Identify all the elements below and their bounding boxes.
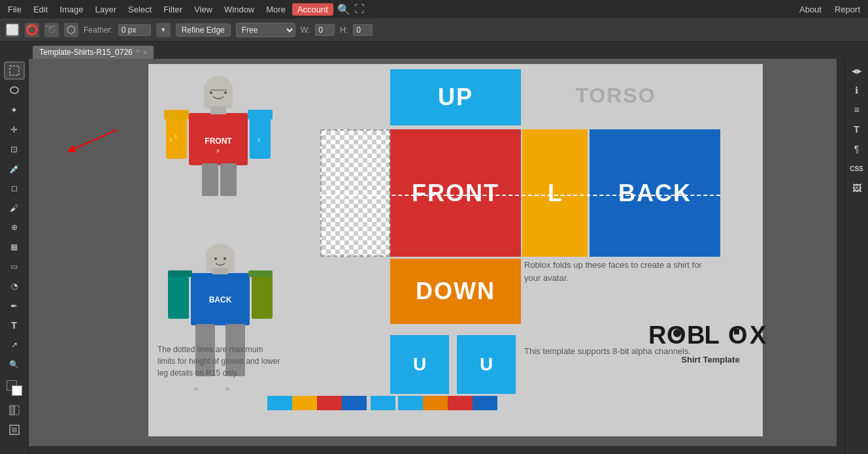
svg-rect-33 — [252, 273, 273, 319]
svg-line-7 — [71, 129, 118, 150]
svg-text:X: X — [750, 321, 767, 348]
panel-info-icon[interactable]: ℹ — [848, 81, 866, 99]
panel-paragraph-icon[interactable]: ¶ — [848, 140, 866, 158]
screen-mode-button[interactable] — [4, 421, 25, 439]
arm-up-right-label: U — [480, 354, 493, 375]
arm-up-left-label: U — [413, 354, 426, 375]
w-label: W: — [301, 25, 310, 35]
roblox-character-bottom: BACK N N — [168, 240, 273, 404]
h-input[interactable] — [353, 24, 373, 36]
shape-tool-button[interactable]: ▭ — [4, 257, 25, 276]
panel-sliders-icon[interactable]: ≡ — [848, 101, 866, 119]
svg-text:1: 1 — [258, 137, 260, 142]
svg-text:N: N — [225, 386, 229, 392]
strip-blue-5 — [473, 396, 497, 410]
svg-rect-0 — [10, 66, 19, 75]
left-toolbar: ✦ ✛ ⊡ 💉 ◻ 🖌 ⊕ ▦ ▭ ◔ ✒ — [0, 59, 29, 454]
about-link[interactable]: About — [794, 3, 827, 16]
menu-window[interactable]: Window — [219, 3, 259, 16]
strip-blue-4 — [398, 396, 423, 410]
block-up-label: UP — [438, 84, 473, 111]
block-l: L — [522, 129, 588, 257]
marquee-poly-icon[interactable]: ⬡ — [64, 23, 78, 37]
tab-close-button[interactable]: × — [143, 49, 147, 56]
svg-text:R: R — [648, 321, 666, 348]
panel-chevron-icon[interactable]: ◀▶ — [848, 61, 866, 80]
marquee-tool-button[interactable] — [4, 61, 25, 80]
arm-up-right: U — [457, 335, 516, 394]
brush-tool-button[interactable]: 🖌 — [4, 199, 25, 217]
marquee-rect-icon[interactable]: ⬜ — [5, 23, 20, 37]
svg-rect-32 — [168, 273, 189, 319]
template-background: FRONT F L — [148, 64, 763, 436]
healing-tool-button[interactable]: ⊕ — [4, 218, 25, 236]
block-l-label: L — [548, 180, 562, 207]
menu-edit[interactable]: Edit — [28, 3, 53, 16]
menu-image[interactable]: Image — [54, 3, 88, 16]
svg-text:O: O — [728, 321, 747, 348]
svg-text:F: F — [217, 148, 220, 154]
gradient-tool-button[interactable]: ▦ — [4, 238, 25, 256]
zoom-tool-button[interactable]: 🔍 — [4, 355, 25, 374]
menu-filter[interactable]: Filter — [158, 3, 188, 16]
panel-image-icon[interactable]: 🖼 — [848, 179, 866, 197]
feather-label: Feather: — [84, 25, 113, 35]
strip-orange-1 — [423, 396, 448, 410]
refine-edge-button[interactable]: Refine Edge — [176, 24, 231, 37]
svg-rect-37 — [168, 270, 192, 277]
report-link[interactable]: Report — [829, 3, 865, 16]
svg-rect-20 — [202, 163, 218, 196]
background-color-swatch[interactable] — [12, 385, 22, 396]
color-swatches[interactable] — [4, 378, 25, 398]
fullscreen-icon[interactable]: ⛶ — [354, 3, 365, 15]
eraser-tool-button[interactable]: ◻ — [4, 179, 25, 197]
svg-rect-3 — [14, 406, 19, 415]
options-toolbar: ⬜ ⭕ ➰ ⬡ Feather: ▼ Refine Edge Free Fixe… — [0, 18, 868, 42]
marquee-lasso-icon[interactable]: ➰ — [44, 23, 59, 37]
lasso-tool-button[interactable] — [4, 81, 25, 99]
menu-view[interactable]: View — [189, 3, 218, 16]
canvas: FRONT F L — [148, 64, 763, 436]
text-tool-button[interactable]: T — [4, 316, 25, 334]
menu-account[interactable]: Account — [292, 3, 333, 16]
search-icon[interactable]: 🔍 — [337, 3, 350, 16]
menu-select[interactable]: Select — [123, 3, 157, 16]
quick-mask-button[interactable] — [4, 401, 25, 419]
note-text: The dotted lines are maximum limits for … — [158, 344, 280, 379]
strip-yellow-1 — [292, 396, 317, 410]
block-down: DOWN — [390, 259, 521, 324]
menubar: File Edit Image Layer Select Filter View… — [0, 0, 868, 18]
path-tool-button[interactable]: ↗ — [4, 336, 25, 354]
w-input[interactable] — [315, 24, 335, 36]
crop-tool-button[interactable]: ⊡ — [4, 140, 25, 158]
tab-name: Template-Shirts-R15_0726 — [39, 48, 133, 57]
svg-rect-36 — [212, 268, 228, 274]
menu-more[interactable]: More — [261, 3, 291, 16]
magic-wand-button[interactable]: ✦ — [4, 101, 25, 119]
move-tool-button[interactable]: ✛ — [4, 120, 25, 138]
main-area: ✦ ✛ ⊡ 💉 ◻ 🖌 ⊕ ▦ ▭ ◔ ✒ — [0, 59, 868, 454]
svg-point-1 — [10, 87, 18, 93]
block-front: FRONT — [390, 129, 521, 257]
menu-layer[interactable]: Layer — [90, 3, 122, 16]
svg-text:BL: BL — [687, 321, 719, 348]
panel-text-icon[interactable]: T — [848, 120, 866, 138]
menu-file[interactable]: File — [3, 3, 27, 16]
marquee-ellipse-icon[interactable]: ⭕ — [25, 23, 39, 37]
block-back-label: BACK — [618, 180, 692, 207]
feather-dropdown-icon[interactable]: ▼ — [156, 23, 171, 37]
right-panel: ◀▶ ℹ ≡ T ¶ CSS 🖼 — [844, 59, 868, 454]
svg-rect-38 — [248, 270, 273, 277]
eyedropper-tool-button[interactable]: 💉 — [4, 159, 25, 178]
block-back: BACK — [590, 129, 720, 257]
svg-text:FRONT: FRONT — [205, 137, 232, 146]
dodge-tool-button[interactable]: ◔ — [4, 277, 25, 295]
canvas-area: FRONT F L — [29, 59, 844, 454]
svg-text:BACK: BACK — [209, 295, 232, 304]
pen-tool-button[interactable]: ✒ — [4, 297, 25, 315]
svg-rect-5 — [12, 427, 17, 432]
feather-input[interactable] — [118, 24, 151, 36]
mode-select[interactable]: Free Fixed Ratio Fixed Size — [236, 23, 295, 37]
tab-template[interactable]: Template-Shirts-R15_0726 * × — [33, 46, 154, 59]
panel-css-icon[interactable]: CSS — [848, 159, 866, 178]
